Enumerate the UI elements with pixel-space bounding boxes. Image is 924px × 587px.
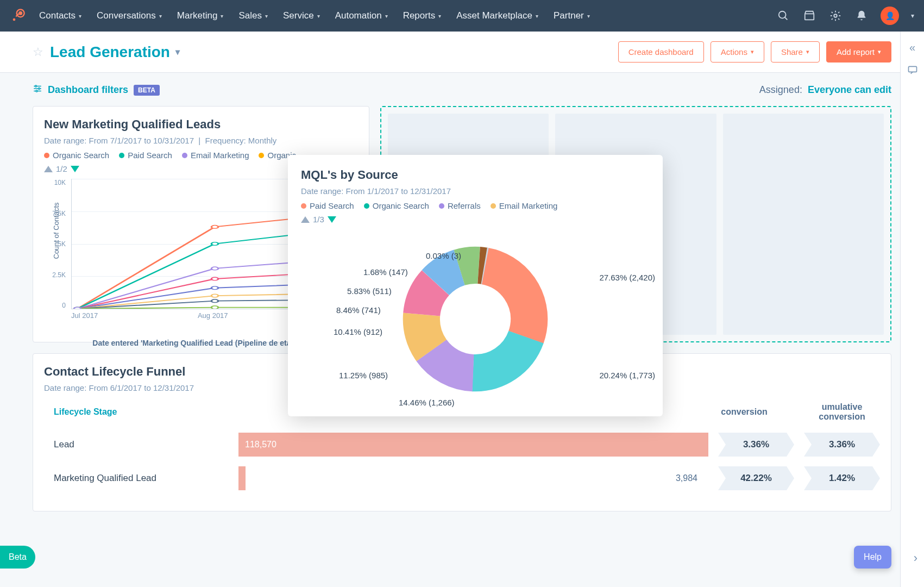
search-icon[interactable] — [776, 9, 790, 23]
nav-service[interactable]: Service▾ — [283, 10, 320, 21]
legend-pager: 1/3 — [301, 215, 650, 224]
collapse-rail-icon[interactable]: « — [909, 41, 915, 54]
cumulative-value: 1.42% — [804, 466, 880, 490]
legend: Paid Search Organic Search Referrals Ema… — [301, 201, 650, 210]
nav-items: Contacts▾ Conversations▾ Marketing▾ Sale… — [39, 10, 776, 21]
card-mql-by-source[interactable]: MQL's by Source Date range: From 1/1/201… — [288, 155, 663, 416]
pager-next-icon[interactable] — [328, 216, 336, 223]
svg-point-29 — [211, 299, 218, 303]
legend-item[interactable]: Organic Search — [44, 151, 109, 160]
actions-button[interactable]: Actions▾ — [711, 41, 764, 63]
marketplace-icon[interactable] — [802, 9, 816, 23]
card-subtitle: Date range: From 7/1/2017 to 10/31/2017 … — [44, 136, 358, 145]
svg-point-4 — [779, 11, 786, 18]
pager-prev-icon[interactable] — [301, 216, 310, 223]
page-title-dropdown[interactable]: Lead Generation ▾ — [50, 43, 180, 61]
add-report-button[interactable]: Add report▾ — [826, 41, 891, 63]
gear-icon[interactable] — [828, 9, 843, 23]
beta-tab[interactable]: Beta — [0, 546, 35, 569]
svg-point-21 — [211, 267, 218, 270]
nav-marketing[interactable]: Marketing▾ — [177, 10, 224, 21]
nav-sales[interactable]: Sales▾ — [238, 10, 268, 21]
pager-next-icon[interactable] — [71, 166, 79, 172]
page-title: Lead Generation — [50, 43, 170, 61]
beta-badge: BETA — [134, 85, 160, 96]
hubspot-logo[interactable] — [10, 8, 26, 24]
legend-item[interactable]: Paid Search — [301, 201, 354, 210]
svg-point-11 — [35, 85, 37, 87]
legend-item[interactable]: Paid Search — [119, 151, 172, 160]
svg-point-25 — [211, 286, 218, 290]
legend-item[interactable]: Organic Search — [364, 201, 429, 210]
create-dashboard-button[interactable]: Create dashboard — [618, 41, 704, 63]
cumulative-value: 3.36% — [804, 433, 880, 457]
funnel-col-conversion: conversion — [706, 407, 782, 417]
bell-icon[interactable] — [854, 9, 869, 23]
svg-point-1 — [13, 18, 16, 21]
svg-point-23 — [211, 277, 218, 280]
svg-point-20 — [74, 307, 81, 309]
funnel-row: Marketing Qualified Lead 3,984 42.22% 1.… — [44, 466, 880, 490]
conversion-value: 3.36% — [718, 433, 794, 457]
dashboard-filters-toggle[interactable]: Dashboard filters BETA — [33, 84, 160, 96]
nav-reports[interactable]: Reports▾ — [403, 10, 442, 21]
assigned-link[interactable]: Everyone can edit — [808, 84, 891, 95]
nav-conversations[interactable]: Conversations▾ — [97, 10, 162, 21]
svg-point-15 — [211, 226, 218, 229]
top-nav: Contacts▾ Conversations▾ Marketing▾ Sale… — [0, 0, 924, 32]
avatar[interactable]: 👤 — [881, 7, 899, 25]
svg-rect-6 — [805, 14, 814, 20]
filter-icon — [33, 84, 42, 96]
svg-point-7 — [834, 14, 837, 17]
assigned-row: Assigned: Everyone can edit — [759, 84, 891, 96]
funnel-stage-header: Lifecycle Stage — [44, 407, 229, 417]
chevron-down-icon: ▾ — [175, 47, 180, 57]
pager-prev-icon[interactable] — [44, 166, 53, 172]
svg-point-13 — [36, 90, 37, 92]
svg-line-5 — [785, 17, 788, 20]
nav-right: 👤 ▾ — [776, 7, 914, 25]
donut-chart: 27.63% (2,420) 20.24% (1,773) 14.46% (1,… — [301, 235, 650, 403]
conversion-value: 42.22% — [718, 466, 794, 490]
svg-rect-42 — [908, 66, 916, 72]
svg-point-27 — [211, 294, 218, 297]
legend-item[interactable]: Email Marketing — [491, 201, 558, 210]
nav-automation[interactable]: Automation▾ — [335, 10, 388, 21]
share-button[interactable]: Share▾ — [771, 41, 820, 63]
subheader: ☆ Lead Generation ▾ Create dashboard Act… — [0, 32, 924, 73]
dropzone-slot — [723, 114, 884, 335]
nav-asset-marketplace[interactable]: Asset Marketplace▾ — [456, 10, 538, 21]
right-rail: « — [900, 32, 924, 587]
svg-point-0 — [18, 11, 22, 15]
funnel-col-cumulative: umulativeconversion — [804, 402, 880, 422]
expand-rail-icon[interactable]: › — [914, 551, 917, 565]
card-title: New Marketing Qualified Leads — [44, 117, 358, 132]
legend-item[interactable]: Email Marketing — [182, 151, 249, 160]
svg-point-31 — [211, 306, 218, 309]
svg-point-12 — [39, 88, 40, 90]
help-button[interactable]: Help — [854, 546, 891, 569]
comments-icon[interactable] — [907, 65, 918, 78]
legend-item[interactable]: Referrals — [439, 201, 481, 210]
svg-point-18 — [211, 242, 218, 246]
nav-partner[interactable]: Partner▾ — [554, 10, 590, 21]
favorite-star-icon[interactable]: ☆ — [33, 45, 43, 59]
nav-contacts[interactable]: Contacts▾ — [39, 10, 81, 21]
funnel-row: Lead 118,570 3.36% 3.36% — [44, 433, 880, 457]
account-caret-icon[interactable]: ▾ — [911, 12, 914, 20]
